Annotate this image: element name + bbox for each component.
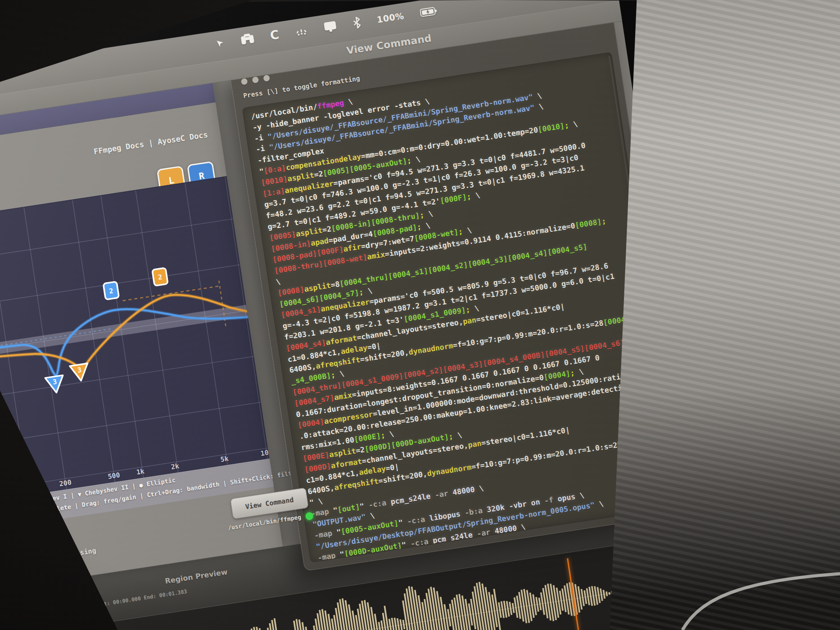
eq-marker-triangle[interactable]: 3 xyxy=(45,375,65,394)
zero-db-band xyxy=(0,305,248,366)
cable xyxy=(624,486,840,630)
eq-graph[interactable]: 3322 1002005001k2k5k10k xyxy=(0,176,270,509)
battery-icon[interactable] xyxy=(419,6,438,17)
eq-marker-square[interactable]: 2 xyxy=(152,268,168,286)
freq-label-1k: 1k xyxy=(136,467,145,476)
close-button[interactable] xyxy=(241,78,248,85)
cursor-icon xyxy=(215,38,226,48)
region-preview-title: Region Preview xyxy=(164,567,228,585)
freq-label-5k: 5k xyxy=(220,454,229,464)
zoom-button[interactable] xyxy=(263,75,270,82)
freq-label-2k: 2k xyxy=(171,462,180,471)
docs-links[interactable]: FFmpeg Docs | AyoseC Docs xyxy=(93,130,208,156)
minimize-button[interactable] xyxy=(252,76,259,84)
search-binoculars-icon[interactable] xyxy=(240,32,255,46)
freq-label-10k: 10k xyxy=(260,448,270,458)
battery-percent: 100% xyxy=(376,10,405,24)
keyboard-brightness-icon[interactable] xyxy=(294,25,308,37)
eq-marker-square[interactable]: 2 xyxy=(103,282,119,300)
command-text-panel[interactable]: /usr/local/bin/ffmpeg \-y -hide_banner -… xyxy=(242,52,680,563)
bluetooth-icon[interactable] xyxy=(352,16,362,29)
eq-marker-triangle[interactable]: 3 xyxy=(70,363,90,382)
c-app-icon[interactable]: C xyxy=(269,28,280,42)
ffmpeg-command-text: /usr/local/bin/ffmpeg \-y -hide_banner -… xyxy=(250,58,673,562)
photo-of-laptop-screen: C 100% View xyxy=(0,0,840,630)
display-icon[interactable] xyxy=(323,20,338,33)
